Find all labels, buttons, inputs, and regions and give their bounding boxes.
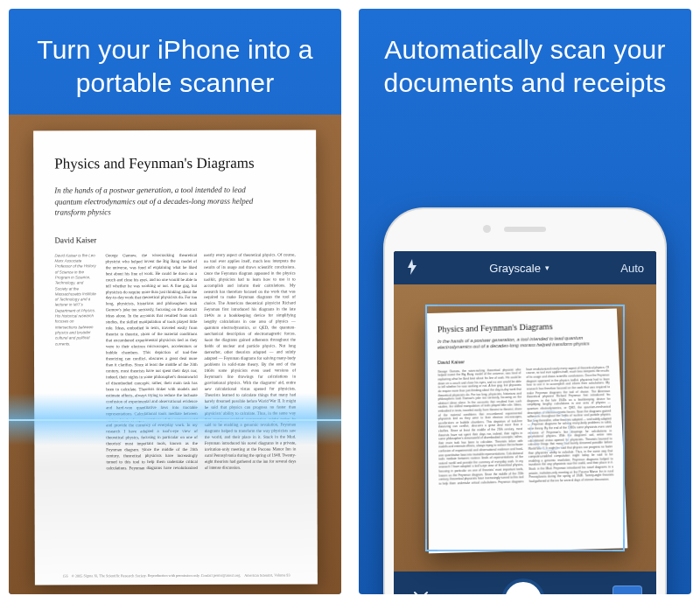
mini-doc-title: Physics and Feynman's Diagrams [438, 320, 607, 333]
scanner-top-bar: Grayscale ▾ Auto [394, 251, 656, 284]
document-footer: 156 © 2005 Sigma Xi, The Scientific Rese… [55, 573, 296, 578]
auto-mode-button[interactable]: Auto [620, 262, 644, 275]
mini-doc-author: David Kaiser [438, 355, 608, 365]
promo-panel-2: Automatically scan your documents and re… [359, 9, 691, 594]
phone-screen: Grayscale ▾ Auto Physics and Feynman's D… [394, 251, 656, 594]
page-count-badge[interactable]: 3 [612, 585, 642, 594]
flash-icon[interactable] [406, 259, 418, 277]
scanner-bottom-bar: 3 [394, 571, 656, 594]
close-button[interactable] [408, 589, 434, 594]
headline-1: Turn your iPhone into a portable scanner [9, 9, 341, 115]
page-count-value: 3 [624, 592, 632, 594]
document-subtitle: In the hands of a postwar generation, a … [54, 185, 271, 219]
footer-page: 156 [62, 574, 67, 578]
headline-2: Automatically scan your documents and re… [359, 9, 691, 115]
camera-viewfinder[interactable]: Physics and Feynman's Diagrams In the ha… [394, 284, 656, 571]
shutter-button[interactable] [501, 578, 545, 594]
iphone-device: Grayscale ▾ Auto Physics and Feynman's D… [385, 209, 665, 594]
mini-doc-subtitle: In the hands of a postwar generation, a … [438, 335, 608, 352]
mini-doc-body: George Gamow, the wisecracking theoretic… [438, 366, 615, 528]
promo-panel-1: Turn your iPhone into a portable scanner… [9, 9, 341, 594]
color-mode-selector[interactable]: Grayscale ▾ [489, 262, 550, 275]
scanned-document: Physics and Feynman's Diagrams In the ha… [33, 130, 318, 585]
paper-crease [34, 411, 318, 585]
document-in-viewfinder: Physics and Feynman's Diagrams In the ha… [427, 309, 627, 553]
document-author: David Kaiser [54, 235, 295, 244]
wood-surface: Physics and Feynman's Diagrams In the ha… [9, 115, 341, 594]
color-mode-label: Grayscale [489, 262, 541, 275]
chevron-down-icon: ▾ [545, 263, 550, 272]
footer-copyright: © 2005 Sigma Xi, The Scientific Research… [71, 573, 241, 578]
document-title: Physics and Feynman's Diagrams [54, 155, 295, 173]
close-icon [413, 591, 429, 594]
footer-journal: American Scientist, Volume 93 [244, 573, 290, 578]
